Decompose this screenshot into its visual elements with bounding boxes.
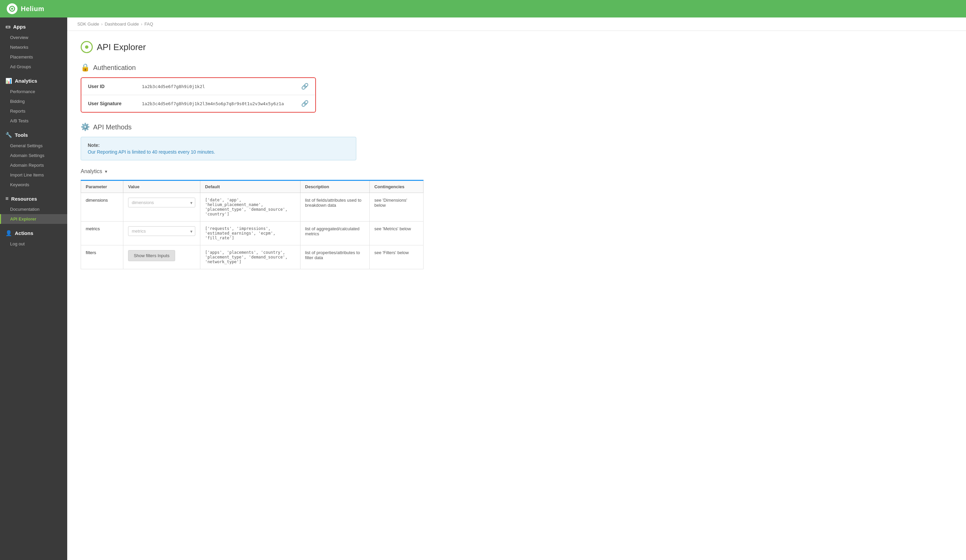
note-box: Note: Our Reporting API is limited to 40…	[80, 137, 356, 160]
user-signature-row: User Signature 1a2b3c4d5e6f7g8h9i0j1k2l3…	[81, 95, 315, 112]
user-signature-link-icon[interactable]: 🔗	[301, 100, 309, 107]
sidebar-item-bidding[interactable]: Bidding	[0, 97, 67, 106]
authentication-title: Authentication	[93, 64, 136, 72]
sidebar-item-adomain-reports[interactable]: Adomain Reports	[0, 160, 67, 170]
api-methods-title: API Methods	[93, 123, 132, 131]
sidebar-item-abtests[interactable]: A/B Tests	[0, 116, 67, 126]
sidebar-item-adomain-settings[interactable]: Adomain Settings	[0, 151, 67, 160]
value-dimensions[interactable]: dimensions	[123, 193, 200, 222]
authentication-header: 🔒 Authentication	[80, 63, 953, 72]
brand-name: Helium	[21, 5, 44, 13]
api-explorer-icon	[80, 41, 93, 53]
cont-filters: see 'Filters' below	[370, 245, 423, 269]
wrench-icon: 🔧	[5, 132, 12, 138]
user-signature-label: User Signature	[88, 101, 142, 106]
breadcrumb-sdk-guide[interactable]: SDK Guide	[77, 21, 99, 26]
lock-icon: 🔒	[80, 63, 90, 72]
sidebar-item-placements[interactable]: Placements	[0, 52, 67, 62]
api-methods-header: ⚙️ API Methods	[80, 123, 953, 131]
table-row: dimensions dimensions ['date', 'app', 'h…	[81, 193, 424, 222]
sidebar-item-general-settings[interactable]: General Settings	[0, 141, 67, 151]
col-contingencies: Contingencies	[370, 181, 423, 193]
col-description: Description	[300, 181, 370, 193]
sidebar-item-reports[interactable]: Reports	[0, 106, 67, 116]
sidebar-item-logout[interactable]: Log out	[0, 239, 67, 249]
col-parameter: Parameter	[81, 181, 123, 193]
logo	[7, 3, 18, 14]
table-row: filters Show filters Inputs ['apps', 'pl…	[81, 245, 424, 269]
page-title: API Explorer	[97, 42, 146, 53]
user-signature-value: 1a2b3c4d5e6f7g8h9i0j1k2l3m4n5o6p7q8r9s0t…	[142, 101, 301, 106]
sidebar-item-import-line-items[interactable]: Import Line Items	[0, 170, 67, 180]
bar-chart-icon: 📊	[5, 78, 12, 84]
dimensions-select[interactable]: dimensions	[128, 198, 195, 207]
breadcrumb: SDK Guide › Dashboard Guide › FAQ	[67, 18, 966, 31]
analytics-section[interactable]: Analytics ▾	[80, 168, 953, 174]
value-metrics[interactable]: metrics	[123, 222, 200, 245]
breadcrumb-faq: FAQ	[145, 21, 153, 26]
sidebar-item-api-explorer[interactable]: API Explorer	[0, 214, 67, 224]
sidebar-item-networks[interactable]: Networks	[0, 42, 67, 52]
main-content: API Explorer 🔒 Authentication User ID 1a…	[67, 31, 966, 560]
param-dimensions: dimensions	[81, 193, 123, 222]
metrics-select[interactable]: metrics	[128, 226, 195, 236]
sidebar-section-resources: ≡ Resources	[0, 190, 67, 204]
note-text: Our Reporting API is limited to 40 reque…	[88, 149, 349, 154]
col-default: Default	[200, 181, 300, 193]
sidebar-item-performance[interactable]: Performance	[0, 87, 67, 97]
sidebar-item-overview[interactable]: Overview	[0, 33, 67, 42]
logo-dot	[11, 8, 13, 10]
sidebar-section-apps: ▭ Apps	[0, 18, 67, 33]
default-dimensions: ['date', 'app', 'helium_placement_name',…	[200, 193, 300, 222]
default-filters: ['apps', 'placements', 'country', 'place…	[200, 245, 300, 269]
default-metrics: ['requests', 'impressions', 'estimated_e…	[200, 222, 300, 245]
desc-metrics: list of aggregated/calculated metrics	[300, 222, 370, 245]
note-title: Note:	[88, 143, 349, 148]
analytics-label: Analytics	[80, 168, 102, 174]
user-id-label: User ID	[88, 84, 142, 89]
sidebar: ▭ Apps Overview Networks Placements Ad G…	[0, 18, 67, 560]
list-icon: ≡	[5, 195, 8, 202]
cont-metrics: see 'Metrics' below	[370, 222, 423, 245]
breadcrumb-dashboard-guide[interactable]: Dashboard Guide	[105, 21, 139, 26]
topbar: Helium	[0, 0, 966, 18]
sidebar-section-analytics: 📊 Analytics	[0, 72, 67, 87]
person-icon: 👤	[5, 230, 12, 236]
user-id-link-icon[interactable]: 🔗	[301, 83, 309, 90]
param-filters: filters	[81, 245, 123, 269]
value-filters[interactable]: Show filters Inputs	[123, 245, 200, 269]
user-id-row: User ID 1a2b3c4d5e6f7g8h9i0j1k2l 🔗	[81, 78, 315, 95]
desc-filters: list of properties/attributes to filter …	[300, 245, 370, 269]
logo-ring	[9, 6, 15, 12]
cont-dimensions: see 'Dimensions' below	[370, 193, 423, 222]
sidebar-item-adgroups[interactable]: Ad Groups	[0, 62, 67, 72]
sidebar-section-actions: 👤 Actions	[0, 224, 67, 239]
gear-icon: ⚙️	[80, 123, 90, 131]
sidebar-item-documentation[interactable]: Documentation	[0, 204, 67, 214]
page-title-row: API Explorer	[80, 41, 953, 53]
sidebar-section-tools: 🔧 Tools	[0, 126, 67, 141]
show-filters-button[interactable]: Show filters Inputs	[128, 250, 175, 261]
param-metrics: metrics	[81, 222, 123, 245]
desc-dimensions: list of fields/attributes used to breakd…	[300, 193, 370, 222]
auth-box: User ID 1a2b3c4d5e6f7g8h9i0j1k2l 🔗 User …	[80, 77, 316, 113]
chevron-down-icon: ▾	[105, 169, 107, 174]
user-id-value: 1a2b3c4d5e6f7g8h9i0j1k2l	[142, 84, 301, 89]
col-value: Value	[123, 181, 200, 193]
api-table: Parameter Value Default Description Cont…	[80, 180, 424, 269]
sidebar-item-keywords[interactable]: Keywords	[0, 180, 67, 190]
table-row: metrics metrics ['requests', 'impression…	[81, 222, 424, 245]
tablet-icon: ▭	[5, 23, 10, 30]
